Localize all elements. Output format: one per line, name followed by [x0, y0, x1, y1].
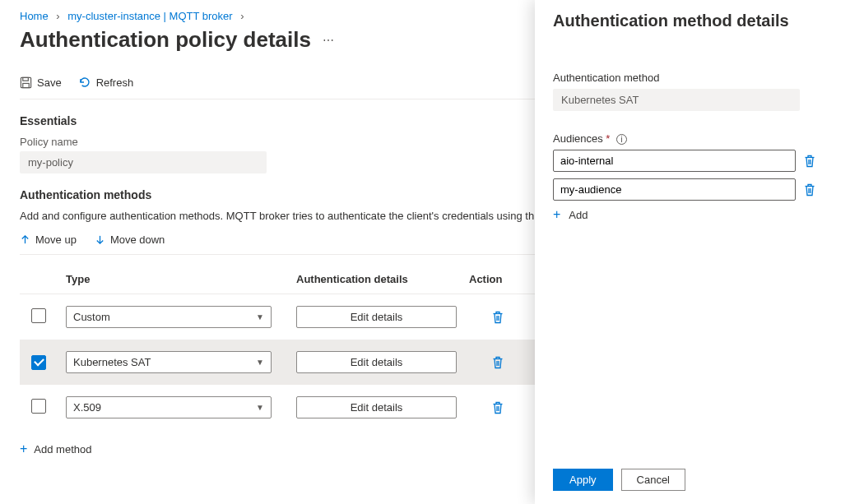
- add-audience-button[interactable]: + Add: [553, 207, 832, 222]
- save-icon: [20, 76, 32, 89]
- panel-title: Authentication method details: [553, 12, 832, 30]
- more-icon[interactable]: ⋯: [323, 34, 334, 47]
- essentials-heading: Essentials: [20, 114, 535, 127]
- save-label: Save: [37, 76, 62, 89]
- audience-input[interactable]: [553, 150, 796, 172]
- trash-icon: [492, 356, 504, 369]
- move-up-button[interactable]: Move up: [20, 234, 77, 246]
- table-row: X.509 ▼ Edit details: [20, 385, 535, 430]
- edit-details-button[interactable]: Edit details: [296, 351, 457, 373]
- page-title: Authentication policy details: [20, 27, 311, 53]
- breadcrumb: Home › my-cluster-instance | MQTT broker…: [20, 10, 535, 22]
- chevron-down-icon: ▼: [256, 403, 264, 412]
- refresh-icon: [78, 76, 91, 89]
- type-dropdown[interactable]: X.509 ▼: [66, 396, 272, 418]
- methods-table-header: Type Authentication details Action: [20, 265, 535, 294]
- chevron-down-icon: ▼: [256, 358, 264, 367]
- edit-details-button[interactable]: Edit details: [296, 396, 457, 418]
- trash-icon: [804, 155, 815, 168]
- move-up-label: Move up: [35, 234, 77, 246]
- svg-rect-1: [23, 77, 29, 81]
- row-checkbox[interactable]: [31, 399, 46, 414]
- type-dropdown[interactable]: Custom ▼: [66, 306, 272, 328]
- cancel-button[interactable]: Cancel: [621, 469, 685, 491]
- row-checkbox[interactable]: [31, 355, 46, 370]
- chevron-down-icon: ▼: [256, 312, 264, 321]
- trash-icon: [492, 311, 504, 324]
- delete-row-button[interactable]: [469, 311, 527, 324]
- audience-row: [553, 150, 832, 172]
- details-panel: Authentication method details Authentica…: [535, 0, 850, 504]
- arrow-up-icon: [20, 234, 30, 245]
- auth-methods-desc: Add and configure authentication methods…: [20, 210, 535, 222]
- plus-icon: +: [20, 442, 27, 456]
- audiences-label: Audiences * i: [553, 132, 832, 145]
- apply-button[interactable]: Apply: [553, 469, 613, 491]
- delete-row-button[interactable]: [469, 401, 527, 414]
- move-down-button[interactable]: Move down: [95, 234, 165, 246]
- audience-row: [553, 178, 832, 201]
- policy-name-value: my-policy: [20, 151, 267, 173]
- type-dropdown[interactable]: Kubernetes SAT ▼: [66, 351, 272, 373]
- breadcrumb-home[interactable]: Home: [20, 10, 49, 22]
- panel-footer: Apply Cancel: [553, 469, 685, 491]
- table-row: Custom ▼ Edit details: [20, 294, 535, 340]
- chevron-right-icon: ›: [56, 10, 59, 22]
- trash-icon: [492, 401, 504, 414]
- delete-audience-button[interactable]: [804, 155, 815, 168]
- delete-audience-button[interactable]: [804, 183, 815, 197]
- delete-row-button[interactable]: [469, 356, 527, 369]
- row-checkbox[interactable]: [31, 308, 46, 323]
- main-content: Home › my-cluster-instance | MQTT broker…: [0, 0, 535, 504]
- auth-method-label: Authentication method: [553, 72, 832, 84]
- col-type: Type: [66, 273, 296, 285]
- plus-icon: +: [553, 207, 560, 222]
- add-audience-label: Add: [569, 209, 588, 221]
- col-auth: Authentication details: [296, 273, 469, 285]
- svg-rect-2: [23, 83, 30, 87]
- edit-details-button[interactable]: Edit details: [296, 306, 457, 328]
- add-method-button[interactable]: + Add method: [20, 442, 535, 456]
- save-button[interactable]: Save: [20, 76, 62, 89]
- add-method-label: Add method: [34, 443, 91, 455]
- page-title-row: Authentication policy details ⋯: [20, 27, 535, 53]
- auth-method-value: Kubernetes SAT: [553, 89, 800, 111]
- arrow-down-icon: [95, 234, 105, 245]
- col-action: Action: [469, 273, 527, 285]
- auth-methods-heading: Authentication methods: [20, 188, 535, 201]
- refresh-label: Refresh: [96, 76, 134, 89]
- breadcrumb-cluster[interactable]: my-cluster-instance | MQTT broker: [67, 10, 232, 22]
- type-value: Kubernetes SAT: [73, 356, 151, 368]
- type-value: Custom: [73, 311, 110, 323]
- trash-icon: [804, 183, 815, 197]
- refresh-button[interactable]: Refresh: [78, 76, 134, 89]
- info-icon[interactable]: i: [616, 134, 627, 145]
- required-star: *: [606, 132, 610, 145]
- type-value: X.509: [73, 401, 101, 414]
- policy-name-label: Policy name: [20, 136, 535, 148]
- reorder-bar: Move up Move down: [20, 234, 535, 255]
- chevron-right-icon: ›: [240, 10, 244, 22]
- audience-input[interactable]: [553, 178, 796, 201]
- command-bar: Save Refresh: [20, 76, 535, 99]
- move-down-label: Move down: [110, 234, 165, 246]
- table-row: Kubernetes SAT ▼ Edit details: [20, 340, 535, 385]
